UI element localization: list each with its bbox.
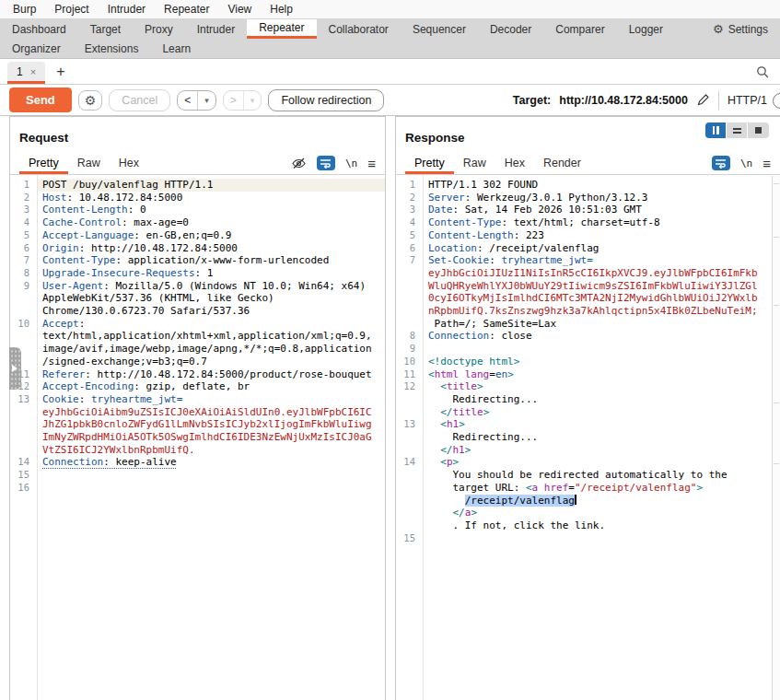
target-label: Target: [513,94,551,107]
tab-proxy[interactable]: Proxy [133,19,185,39]
tab-repeater[interactable]: Repeater [247,19,316,39]
gear-icon: ⚙ [85,93,97,108]
repeater-tab-strip: 1 × + [0,59,780,85]
editor-line: 7Set-Cookie: tryheartme_jwt= [396,254,780,267]
subtab-pretty[interactable]: Pretty [19,154,68,174]
history-back-button[interactable]: < ▾ [177,90,216,111]
tab-organizer[interactable]: Organizer [0,39,73,58]
repeater-tab-1[interactable]: 1 × [7,62,45,84]
menu-view[interactable]: View [218,3,261,16]
tab-sequencer[interactable]: Sequencer [401,19,478,39]
editor-menu-icon[interactable]: ≡ [367,157,376,170]
line-number: 8 [396,330,423,343]
text-caret [575,495,576,505]
chevron-down-icon[interactable]: ▾ [243,91,262,110]
line-number [10,305,37,318]
line-number: 14 [396,456,423,469]
line-number: 10 [10,318,37,331]
http-version-selector[interactable]: HTTP/1 [728,94,767,107]
menu-help[interactable]: Help [261,3,302,16]
request-editor[interactable]: 1POST /buy/valenflag HTTP/1.12Host: 10.4… [10,175,385,700]
subtab-pretty[interactable]: Pretty [405,154,454,174]
editor-line: Chrome/130.0.6723.70 Safari/537.36 [10,305,385,318]
line-number: 15 [10,469,37,482]
editor-line: 14Connection: keep-alive [10,456,385,469]
editor-line: 5Accept-Language: en-GB,en;q=0.9 [10,229,385,242]
editor-line: 12 <title> [396,380,780,393]
line-number: 5 [10,229,37,242]
soft-wrap-toggle[interactable] [317,156,335,170]
menu-intruder[interactable]: Intruder [99,3,155,16]
nav-row-2: OrganizerExtensionsLearn [0,39,780,58]
response-editor[interactable]: 1HTTP/1.1 302 FOUND2Server: Werkzeug/3.0… [396,175,780,700]
inspector-grip-handle[interactable] [9,347,21,390]
add-tab-button[interactable]: + [45,64,76,84]
tab-intruder[interactable]: Intruder [185,19,247,39]
show-newlines-toggle[interactable]: \n [740,158,752,169]
show-newlines-toggle[interactable]: \n [345,158,357,169]
response-header: Response [396,117,780,152]
tab-dashboard[interactable]: Dashboard [0,19,78,39]
line-number: 4 [396,216,423,229]
soft-wrap-toggle[interactable] [712,156,730,170]
tab-comparer[interactable]: Comparer [543,19,616,39]
line-number: 16 [10,482,37,495]
chevron-down-icon[interactable]: ▾ [197,91,215,110]
editor-line: 3Content-Length: 0 [10,204,385,216]
response-scrollbar[interactable] [772,176,780,700]
close-icon[interactable]: × [30,66,36,77]
subtab-hex[interactable]: Hex [495,154,534,174]
line-number: 1 [396,179,423,192]
tab-settings[interactable]: ⚙Settings [701,19,780,39]
line-number: 15 [396,532,423,545]
response-panel: Response PrettyRawHexRender \n ≡ 1HTTP/1… [395,116,780,700]
cancel-button[interactable]: Cancel [109,89,170,111]
editor-line: 15 [10,469,385,482]
edit-target-pencil-icon[interactable] [696,93,710,107]
panel-splitter[interactable] [386,116,395,700]
editor-line: 7Content-Type: application/x-www-form-ur… [10,254,385,267]
subtab-raw[interactable]: Raw [454,154,495,174]
follow-redirection-button[interactable]: Follow redirection [268,89,384,111]
subtab-raw[interactable]: Raw [68,154,110,174]
subtab-hex[interactable]: Hex [110,154,148,174]
send-settings-gear-button[interactable]: ⚙ [78,90,103,111]
search-icon[interactable] [756,65,769,78]
tab-extensions[interactable]: Extensions [73,39,151,58]
line-number: 7 [396,254,423,267]
editor-line: </title> [396,406,780,419]
send-button[interactable]: Send [9,88,72,112]
tab-collaborator[interactable]: Collaborator [317,19,401,39]
tab-target[interactable]: Target [78,19,133,39]
hide-nonprinting-eye-icon[interactable] [291,158,307,169]
editor-line: AppleWebKit/537.36 (KHTML, like Gecko) [10,292,385,305]
tab-decoder[interactable]: Decoder [478,19,543,39]
history-forward-button[interactable]: > ▾ [223,90,262,111]
line-number [10,418,37,431]
line-number: 6 [10,242,37,255]
editor-line: 14 <p> [396,456,780,469]
editor-line: 15 [396,532,780,545]
tab-label: Repeater [259,21,304,34]
line-number: 6 [396,242,423,255]
target-url: http://10.48.172.84:5000 [559,94,688,107]
menu-project[interactable]: Project [45,3,98,16]
editor-line: image/avif,image/webp,image/apng,*/*;q=0… [10,343,385,356]
editor-menu-icon[interactable]: ≡ [763,157,771,170]
menu-repeater[interactable]: Repeater [155,3,218,16]
tab-learn[interactable]: Learn [150,39,203,58]
editor-line: 13Cookie: tryheartme_jwt= [10,393,385,406]
tab-logger[interactable]: Logger [617,19,675,39]
line-number: 2 [10,192,37,204]
repeater-tab-label: 1 [17,65,23,78]
menu-burp[interactable]: Burp [4,3,45,16]
tab-label: Decoder [490,23,531,36]
editor-line: . If not, click the link. [396,519,780,532]
subtab-render[interactable]: Render [534,154,590,174]
line-number: 4 [10,216,37,229]
line-number: 13 [396,418,423,431]
nav-row-1: DashboardTargetProxyIntruderRepeaterColl… [0,19,780,39]
request-editor-icons: \n ≡ [291,156,376,174]
line-number: 9 [10,280,37,293]
divider [718,91,719,110]
